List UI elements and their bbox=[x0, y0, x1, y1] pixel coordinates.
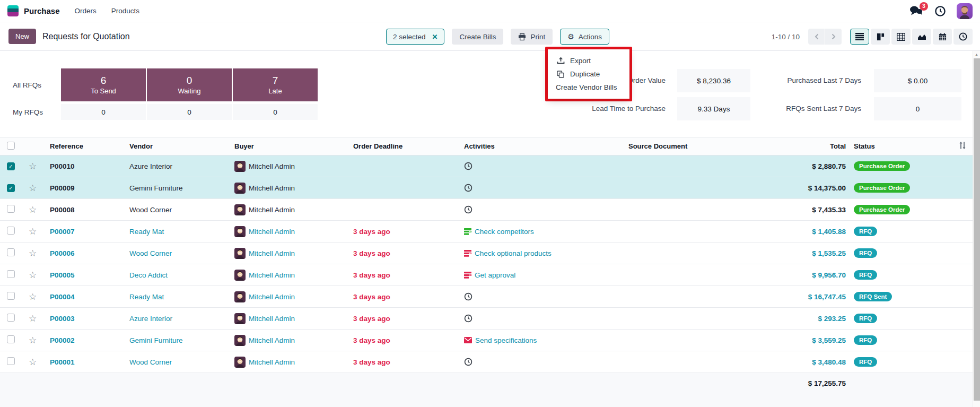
favorite-star-icon[interactable]: ☆ bbox=[28, 351, 49, 373]
activities-clock-button[interactable] bbox=[934, 5, 946, 17]
row-checkbox[interactable] bbox=[7, 227, 15, 235]
my-rfqs-label[interactable]: My RFQs bbox=[0, 104, 60, 120]
table-row[interactable]: ☆P00001Wood CornerMitchell Admin3 days a… bbox=[0, 351, 973, 373]
table-row[interactable]: ☆P00007Ready MatMitchell Admin3 days ago… bbox=[0, 221, 973, 243]
activity-cell[interactable] bbox=[463, 286, 627, 308]
menu-item-duplicate[interactable]: Duplicate bbox=[548, 67, 629, 81]
activity-cell[interactable] bbox=[463, 308, 627, 330]
odoo-app-logo[interactable] bbox=[7, 5, 19, 16]
activity-cell[interactable] bbox=[463, 199, 627, 221]
table-row[interactable]: ☆P00006Wood CornerMitchell Admin3 days a… bbox=[0, 243, 973, 264]
activity-cell[interactable] bbox=[463, 177, 627, 199]
activity-cell[interactable] bbox=[463, 351, 627, 373]
favorite-star-icon[interactable]: ☆ bbox=[28, 264, 49, 286]
nav-menu-products[interactable]: Products bbox=[111, 7, 139, 15]
view-kanban-button[interactable] bbox=[871, 29, 890, 45]
activity-label[interactable]: Send specifications bbox=[475, 336, 537, 344]
table-row[interactable]: ✓☆P00010Azure InteriorMitchell Admin$ 2,… bbox=[0, 155, 973, 177]
app-menu-purchase[interactable]: Purchase bbox=[24, 6, 60, 15]
actions-button[interactable]: ⚙ Actions bbox=[560, 29, 609, 45]
row-checkbox[interactable] bbox=[7, 205, 15, 213]
row-checkbox-cell[interactable] bbox=[0, 221, 28, 243]
view-list-button[interactable] bbox=[850, 29, 869, 45]
favorite-star-icon[interactable]: ☆ bbox=[28, 155, 49, 177]
favorite-star-icon[interactable]: ☆ bbox=[28, 308, 49, 330]
row-checkbox-cell[interactable] bbox=[0, 308, 28, 330]
user-avatar[interactable] bbox=[957, 3, 973, 19]
column-header-order-deadline[interactable]: Order Deadline bbox=[352, 137, 463, 155]
favorite-star-icon[interactable]: ☆ bbox=[28, 221, 49, 243]
select-all-checkbox[interactable] bbox=[7, 142, 15, 150]
row-checkbox-cell[interactable]: ✓ bbox=[0, 155, 28, 177]
messages-button[interactable]: 3 bbox=[909, 5, 924, 17]
row-checkbox[interactable] bbox=[7, 292, 15, 300]
favorite-star-icon[interactable]: ☆ bbox=[28, 177, 49, 199]
my-to-send[interactable]: 0 bbox=[61, 104, 146, 120]
menu-item-export[interactable]: Export bbox=[548, 54, 629, 67]
row-checkbox-cell[interactable] bbox=[0, 264, 28, 286]
activity-cell[interactable]: Check competitors bbox=[463, 221, 627, 243]
table-row[interactable]: ☆P00003Azure InteriorMitchell Admin3 day… bbox=[0, 308, 973, 330]
row-checkbox-cell[interactable] bbox=[0, 243, 28, 264]
my-late[interactable]: 0 bbox=[233, 104, 318, 120]
row-checkbox-cell[interactable] bbox=[0, 199, 28, 221]
table-row[interactable]: ☆P00002Gemini FurnitureMitchell Admin3 d… bbox=[0, 330, 973, 351]
column-header-vendor[interactable]: Vendor bbox=[128, 137, 233, 155]
pager-next-button[interactable] bbox=[825, 29, 842, 45]
rfq-reference[interactable]: P00002 bbox=[49, 330, 128, 351]
row-checkbox-cell[interactable]: ✓ bbox=[0, 177, 28, 199]
my-waiting[interactable]: 0 bbox=[147, 104, 232, 120]
activity-label[interactable]: Check competitors bbox=[475, 228, 534, 236]
row-checkbox[interactable]: ✓ bbox=[7, 162, 15, 170]
favorite-star-icon[interactable]: ☆ bbox=[28, 330, 49, 351]
column-header-activities[interactable]: Activities bbox=[463, 137, 627, 155]
optional-columns-button[interactable] bbox=[951, 137, 973, 155]
activity-cell[interactable]: Send specifications bbox=[463, 330, 627, 351]
menu-item-create-vendor-bills[interactable]: Create Vendor Bills bbox=[548, 81, 629, 94]
activity-label[interactable]: Get approval bbox=[475, 271, 515, 279]
row-checkbox[interactable] bbox=[7, 270, 15, 278]
rfq-reference[interactable]: P00003 bbox=[49, 308, 128, 330]
new-button[interactable]: New bbox=[8, 29, 36, 44]
nav-menu-orders[interactable]: Orders bbox=[75, 7, 97, 15]
column-header-buyer[interactable]: Buyer bbox=[233, 137, 352, 155]
column-header-status[interactable]: Status bbox=[850, 137, 951, 155]
scrollbar-up-arrow[interactable]: ▲ bbox=[973, 51, 980, 58]
row-checkbox[interactable] bbox=[7, 248, 15, 256]
view-graph-button[interactable] bbox=[912, 29, 931, 45]
rfq-reference[interactable]: P00004 bbox=[49, 286, 128, 308]
row-checkbox[interactable] bbox=[7, 357, 15, 365]
table-row[interactable]: ☆P00005Deco AddictMitchell Admin3 days a… bbox=[0, 264, 973, 286]
table-row[interactable]: ☆P00008Wood CornerMitchell Admin$ 7,435.… bbox=[0, 199, 973, 221]
table-row[interactable]: ✓☆P00009Gemini FurnitureMitchell Admin$ … bbox=[0, 177, 973, 199]
activity-cell[interactable]: Get approval bbox=[463, 264, 627, 286]
rfq-reference[interactable]: P00008 bbox=[49, 199, 128, 221]
scrollbar-thumb[interactable] bbox=[974, 58, 980, 401]
column-header-reference[interactable]: Reference bbox=[49, 137, 128, 155]
rfq-reference[interactable]: P00005 bbox=[49, 264, 128, 286]
row-checkbox-cell[interactable] bbox=[0, 330, 28, 351]
row-checkbox-cell[interactable] bbox=[0, 351, 28, 373]
view-pivot-button[interactable] bbox=[891, 29, 911, 45]
row-checkbox[interactable] bbox=[7, 314, 15, 322]
view-activity-button[interactable] bbox=[953, 29, 973, 45]
table-row[interactable]: ☆P00004Ready MatMitchell Admin3 days ago… bbox=[0, 286, 973, 308]
favorite-star-icon[interactable]: ☆ bbox=[28, 199, 49, 221]
row-checkbox[interactable]: ✓ bbox=[7, 184, 15, 192]
rfq-reference[interactable]: P00007 bbox=[49, 221, 128, 243]
activity-label[interactable]: Check optional products bbox=[475, 249, 552, 257]
column-header-total[interactable]: Total bbox=[771, 137, 850, 155]
selected-count-button[interactable]: 2 selected ✕ bbox=[386, 29, 444, 45]
rfq-reference[interactable]: P00006 bbox=[49, 243, 128, 264]
rfq-reference[interactable]: P00001 bbox=[49, 351, 128, 373]
row-checkbox[interactable] bbox=[7, 335, 15, 343]
print-button[interactable]: Print bbox=[511, 29, 553, 45]
favorite-star-icon[interactable]: ☆ bbox=[28, 286, 49, 308]
all-rfqs-label[interactable]: All RFQs bbox=[0, 68, 60, 101]
view-calendar-button[interactable] bbox=[933, 29, 952, 45]
rfq-reference[interactable]: P00010 bbox=[49, 155, 128, 177]
favorite-star-icon[interactable]: ☆ bbox=[28, 243, 49, 264]
kpi-to-send[interactable]: 6 To Send bbox=[61, 68, 146, 101]
vertical-scrollbar[interactable]: ▲ bbox=[973, 51, 980, 407]
kpi-waiting[interactable]: 0 Waiting bbox=[147, 68, 232, 101]
